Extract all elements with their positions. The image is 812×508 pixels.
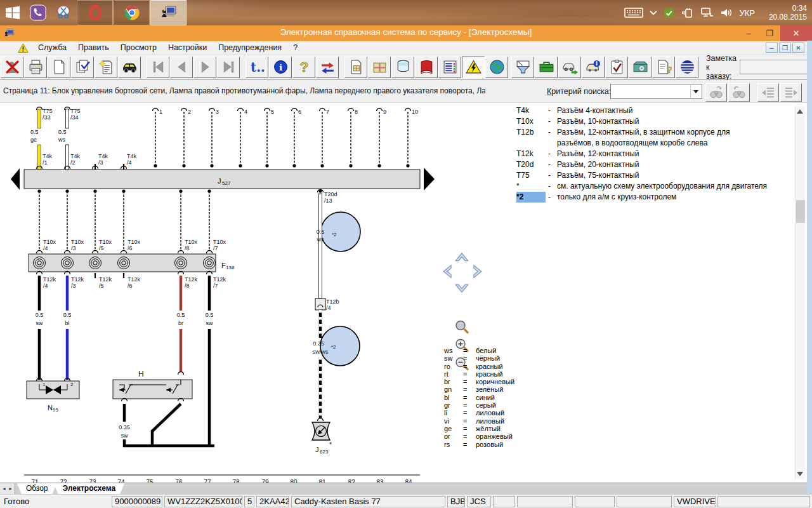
tab-Обзор[interactable]: Обзор xyxy=(17,483,57,494)
pan-up-button[interactable] xyxy=(454,250,469,262)
taskbar-viber-icon[interactable] xyxy=(25,0,51,25)
svg-text:t..: t.. xyxy=(251,60,265,75)
menu-Предупреждения[interactable]: Предупреждения xyxy=(213,43,287,52)
wire-color-row: ro=красный xyxy=(444,363,514,370)
language-indicator[interactable]: УКР xyxy=(739,8,755,18)
world-sphere-button[interactable] xyxy=(676,57,698,78)
package-button[interactable] xyxy=(368,57,391,78)
taskbar-opera-icon[interactable] xyxy=(77,0,113,25)
vertical-scrollbar[interactable] xyxy=(795,106,805,479)
menu-Настройки[interactable]: Настройки xyxy=(162,43,213,52)
close-button[interactable]: ✕ xyxy=(780,25,812,41)
volume-icon[interactable] xyxy=(720,7,733,18)
diagram-label: /13 xyxy=(324,197,332,204)
taskbar-chrome-icon[interactable] xyxy=(114,0,150,25)
pan-down-button[interactable] xyxy=(454,283,469,295)
diagram-label: N xyxy=(48,404,53,411)
wire-color-row: vi=лиловый xyxy=(444,417,514,425)
parts-list-button[interactable] xyxy=(438,57,461,78)
tab-Электросхема[interactable]: Электросхема xyxy=(54,483,125,494)
nav-prev-button[interactable] xyxy=(170,57,193,78)
diagram-label: /7 xyxy=(213,283,218,289)
vehicle-info-button[interactable]: i xyxy=(582,57,605,78)
checklist-button[interactable] xyxy=(605,57,628,78)
clock[interactable]: 0:34 20.08.2015 xyxy=(761,4,807,22)
vehicle-button[interactable] xyxy=(118,57,141,78)
mdi-close-button[interactable]: ✕ xyxy=(792,43,804,53)
doc-copy-check-button[interactable] xyxy=(71,57,94,78)
return-up-button[interactable]: t.. xyxy=(246,57,268,78)
status-panel: Caddy-Kasten Basis 77 xyxy=(291,496,445,507)
search-next-button[interactable] xyxy=(705,83,727,102)
wire-color-row: bl=синий xyxy=(444,394,514,401)
vehicle-export-button[interactable] xyxy=(558,57,581,78)
doc-help-button[interactable]: ? xyxy=(652,57,675,78)
info-button[interactable]: i xyxy=(269,57,292,78)
menu-Править[interactable]: Править xyxy=(72,43,115,52)
nav-first-button[interactable] xyxy=(147,57,169,78)
funnel-button[interactable] xyxy=(511,57,534,78)
mdi-minimize-button[interactable]: – xyxy=(766,43,778,53)
nav-last-button[interactable] xyxy=(217,57,240,78)
diagram-label: T10x xyxy=(185,239,198,245)
search-criteria-combobox[interactable] xyxy=(610,84,702,99)
book-button[interactable] xyxy=(415,57,438,78)
search-prev-button[interactable] xyxy=(728,83,750,102)
diagram-label: 0.5 xyxy=(58,129,67,135)
scroll-down-icon[interactable] xyxy=(797,472,803,476)
status-panel xyxy=(493,496,515,507)
diagram-label: ws xyxy=(58,137,65,143)
diagram-label: 0.5 xyxy=(63,312,72,318)
maximize-button[interactable]: ❐ xyxy=(760,25,779,41)
diagram-label: /8 xyxy=(185,283,190,289)
infobar: Страница 11: Блок управления бортовой се… xyxy=(0,80,807,103)
diagram-label: 2 xyxy=(70,382,74,387)
cd-archive-button[interactable] xyxy=(629,57,652,78)
electrical-diagrams-button[interactable] xyxy=(462,57,485,78)
menu-?[interactable]: ? xyxy=(287,43,303,52)
taskbar-start-icon[interactable] xyxy=(0,0,25,25)
diagram-label: /7 xyxy=(213,245,218,251)
network-icon[interactable] xyxy=(700,7,714,18)
diagram-label: 9 xyxy=(383,109,386,115)
diagram-label: /4 xyxy=(43,283,48,289)
zoom-select-icon[interactable] xyxy=(454,319,471,336)
mdi-restore-button[interactable]: ❐ xyxy=(779,43,791,53)
database-button[interactable] xyxy=(391,57,414,78)
tab-scroll-buttons[interactable]: ◄► xyxy=(0,483,15,494)
chevron-down-icon[interactable] xyxy=(650,10,657,15)
doc-new-button[interactable] xyxy=(48,57,70,78)
diagram-label: /1 xyxy=(43,159,48,166)
status-panel: VWDRIVER xyxy=(674,496,716,507)
scrollbar-thumb[interactable] xyxy=(796,200,805,223)
diagram-label: /6 xyxy=(128,245,133,251)
combo-dropdown-icon[interactable] xyxy=(690,85,701,98)
diagram-label: 138 xyxy=(226,265,235,271)
doc-archive-button[interactable] xyxy=(344,57,367,78)
goto-next-section-button[interactable] xyxy=(780,83,802,102)
status-check-icon[interactable] xyxy=(664,8,674,18)
print-button[interactable] xyxy=(24,57,47,78)
taskbar-elsawin-icon[interactable] xyxy=(150,0,187,25)
goto-prev-section-button[interactable] xyxy=(757,83,779,102)
globe-button[interactable] xyxy=(485,57,508,78)
taskbar-snipping-tool-icon[interactable] xyxy=(51,0,76,25)
wire-color-row: gn=зелёный xyxy=(444,385,514,393)
menu-Служба[interactable]: Служба xyxy=(32,43,72,52)
power-icon[interactable] xyxy=(681,7,693,18)
toolbox-button[interactable] xyxy=(535,57,558,78)
scroll-up-icon[interactable] xyxy=(797,109,803,114)
menu-Просмотр[interactable]: Просмотр xyxy=(115,43,162,52)
help-button[interactable]: ? xyxy=(292,57,315,78)
pan-right-button[interactable] xyxy=(473,264,485,279)
keyboard-icon[interactable] xyxy=(624,7,643,18)
exit-button[interactable] xyxy=(1,57,23,78)
order-note-input[interactable] xyxy=(740,60,812,74)
pan-left-button[interactable] xyxy=(441,264,453,279)
legend-dash: - xyxy=(548,149,557,159)
diagram-label: ge xyxy=(30,137,37,143)
swap-compare-button[interactable] xyxy=(316,57,339,78)
minimize-button[interactable]: – xyxy=(739,25,758,41)
nav-next-button[interactable] xyxy=(193,57,216,78)
doc-new-entry-button[interactable] xyxy=(95,57,117,78)
